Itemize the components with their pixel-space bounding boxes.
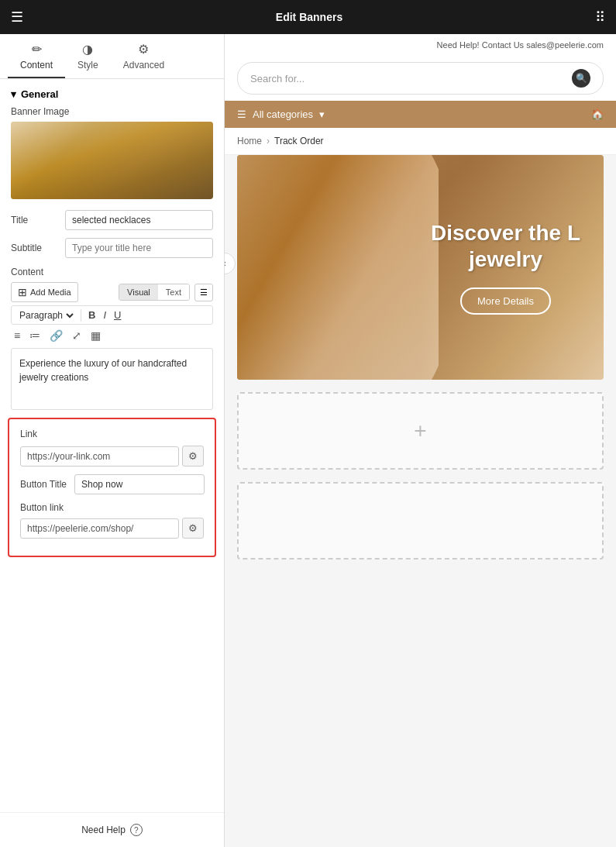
grid-button[interactable]: ▦: [88, 328, 104, 343]
list-icon-button[interactable]: ☰: [194, 284, 213, 301]
need-help-section[interactable]: Need Help ?: [0, 812, 224, 847]
categories-chevron: ▾: [319, 108, 325, 120]
subtitle-input[interactable]: [65, 238, 213, 258]
paragraph-select[interactable]: Paragraph: [16, 309, 76, 322]
toolbar-divider: [81, 309, 81, 322]
categories-label: All categories: [253, 108, 313, 120]
menu-icon: ☰: [237, 108, 246, 120]
search-bar[interactable]: Search for... 🔍: [237, 62, 604, 95]
expand-button[interactable]: ⤢: [69, 328, 84, 343]
banner-more-details-button[interactable]: More Details: [460, 287, 551, 315]
advanced-icon: ⚙: [138, 42, 149, 57]
categories-bar: ☰ All categories ▾ 🏠: [225, 101, 616, 128]
button-title-label: Button Title: [20, 479, 68, 490]
tab-content[interactable]: ✏ Content: [8, 34, 65, 78]
search-placeholder: Search for...: [250, 73, 566, 84]
add-block-icon: +: [414, 418, 426, 443]
text-view-button[interactable]: Text: [158, 284, 189, 300]
button-link-label: Button link: [20, 502, 204, 513]
add-media-icon: ⊞: [18, 286, 27, 298]
search-icon[interactable]: 🔍: [572, 69, 590, 88]
right-panel: Need Help! Contact Us sales@peelerie.com…: [225, 34, 616, 847]
visual-view-button[interactable]: Visual: [119, 284, 158, 300]
chevron-down-icon: ▾: [11, 88, 16, 100]
empty-block: [237, 482, 604, 560]
link-section: Link ⚙ Button Title Button link ⚙: [8, 418, 216, 557]
link-gear-button[interactable]: ⚙: [182, 446, 204, 467]
button-link-gear-button[interactable]: ⚙: [182, 518, 204, 539]
content-icon: ✏: [32, 42, 42, 57]
banner-image-preview[interactable]: [11, 122, 213, 199]
format-toolbar: Paragraph B I U: [11, 305, 213, 325]
style-icon: ◑: [82, 42, 93, 57]
tabs-bar: ✏ Content ◑ Style ⚙ Advanced: [0, 34, 224, 79]
breadcrumb-home[interactable]: Home: [237, 136, 262, 146]
store-help-text: Need Help! Contact Us sales@peelerie.com: [437, 40, 604, 50]
button-link-input-row: ⚙: [20, 518, 204, 539]
page-title: Edit Banners: [276, 11, 342, 23]
store-header: Need Help! Contact Us sales@peelerie.com…: [225, 34, 616, 155]
button-title-group: Button Title: [20, 474, 204, 494]
title-label: Title: [11, 215, 59, 226]
breadcrumb-separator: ›: [267, 136, 270, 146]
general-label: General: [21, 88, 58, 100]
hamburger-icon[interactable]: ☰: [11, 9, 23, 26]
editor-top-bar: ⊞ Add Media Visual Text ☰: [11, 282, 213, 302]
general-section-content: Banner Image Title Subtitle Content: [0, 106, 224, 410]
categories-left: ☰ All categories ▾: [237, 108, 325, 120]
view-toggle: Visual Text: [119, 284, 190, 301]
banner-image-label: Banner Image: [11, 106, 213, 117]
topbar: ☰ Edit Banners ⠿: [0, 0, 616, 34]
store-topbar: Need Help! Contact Us sales@peelerie.com: [225, 34, 616, 56]
unordered-list-button[interactable]: ≡: [11, 328, 23, 343]
link-input-row: ⚙: [20, 446, 204, 467]
editor-content-area[interactable]: Experience the luxury of our handcrafted…: [11, 348, 213, 410]
content-label: Content: [11, 266, 213, 277]
button-link-input[interactable]: [20, 518, 179, 539]
breadcrumb-current: Track Order: [274, 136, 324, 146]
title-group: Title: [11, 210, 213, 230]
button-title-input[interactable]: [74, 474, 205, 494]
general-section-header[interactable]: ▾ General: [0, 79, 224, 106]
link-button[interactable]: 🔗: [46, 328, 66, 343]
add-media-button[interactable]: ⊞ Add Media: [11, 282, 78, 302]
list-toolbar: ≡ ≔ 🔗 ⤢ ▦: [11, 328, 213, 343]
help-icon: ?: [130, 824, 143, 836]
banner-preview: Discover the L jewelry More Details: [237, 155, 604, 380]
underline-button[interactable]: U: [112, 308, 123, 322]
tab-advanced[interactable]: ⚙ Advanced: [111, 34, 177, 78]
breadcrumb: Home › Track Order: [225, 128, 616, 154]
categories-right: 🏠: [591, 108, 604, 120]
need-help-label: Need Help: [81, 825, 126, 835]
banner-text-overlay: Discover the L jewelry More Details: [431, 220, 580, 315]
tab-style[interactable]: ◑ Style: [65, 34, 111, 78]
title-input[interactable]: [65, 210, 213, 230]
link-input[interactable]: [20, 446, 179, 467]
grid-icon[interactable]: ⠿: [595, 9, 605, 26]
subtitle-label: Subtitle: [11, 243, 59, 253]
italic-button[interactable]: I: [101, 308, 108, 322]
subtitle-group: Subtitle: [11, 238, 213, 258]
banner-heading: Discover the L jewelry: [431, 220, 580, 272]
ordered-list-button[interactable]: ≔: [26, 328, 43, 343]
add-block-area[interactable]: +: [237, 392, 604, 470]
collapse-panel-button[interactable]: ‹: [225, 253, 236, 274]
home-icon: 🏠: [591, 108, 604, 120]
left-panel: ✏ Content ◑ Style ⚙ Advanced ▾ General B…: [0, 34, 225, 847]
bold-button[interactable]: B: [86, 308, 98, 322]
link-label: Link: [20, 429, 204, 439]
